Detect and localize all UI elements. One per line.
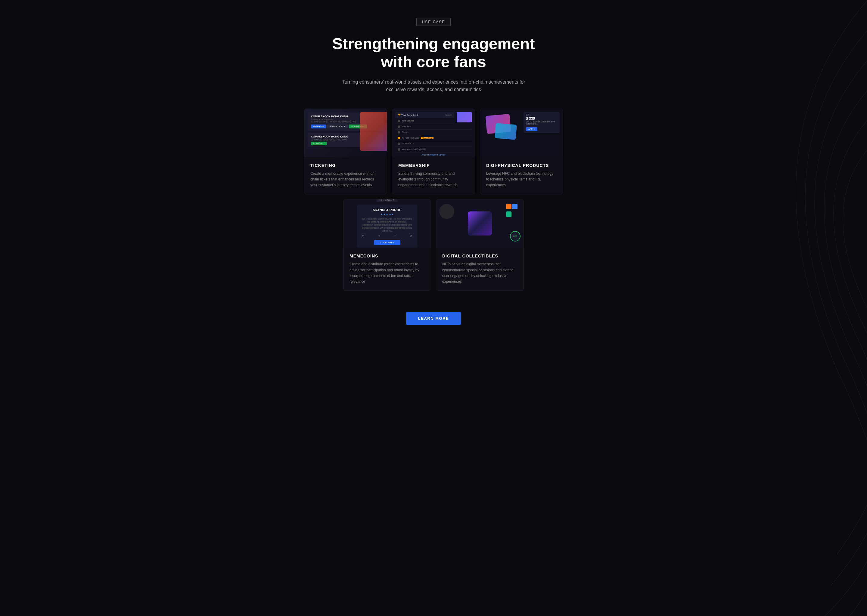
- card-digi-content: DIGI-PHYSICAL PRODUCTS Leverage NFC and …: [480, 157, 563, 194]
- card-collectibles-description: NFTs serve as digital mementos that comm…: [442, 261, 517, 284]
- digi-product-2: [495, 123, 517, 140]
- member-row-4: To First Time User Please Read: [395, 135, 472, 141]
- card-collectibles-image: NFT: [436, 200, 523, 248]
- learn-more-label: LEARN MORE: [418, 316, 449, 321]
- page-container: USE CASE Strengthening engagement with c…: [298, 0, 569, 349]
- card-digi-image: CART $ 330 UP TO $330 off. Next: first t…: [480, 109, 563, 157]
- card-memecoins: LAUNCHING $KANDI AIRDROP ★ ★ ★ ★ ★ We're…: [343, 199, 431, 291]
- card-membership: 🏆 Your Benefits! ▾ Search Your Benefits …: [392, 108, 475, 195]
- card-digi-physical: CART $ 330 UP TO $330 off. Next: first t…: [480, 108, 563, 195]
- card-membership-description: Build a thriving community of brand evan…: [398, 171, 469, 188]
- card-memecoins-content: MEMECOINS Create and distribute (brand)m…: [344, 248, 431, 291]
- hero-subtitle: Turning consumers' real-world assets and…: [337, 78, 530, 94]
- cards-bottom-row: LAUNCHING $KANDI AIRDROP ★ ★ ★ ★ ★ We're…: [343, 199, 524, 291]
- card-digital-collectibles: NFT DIGITAL COLLECTIBLES NFTs serve as d…: [436, 199, 524, 291]
- card-ticketing-content: TICKETING Create a memorable experience …: [304, 157, 387, 194]
- use-case-badge: USE CASE: [416, 18, 451, 26]
- member-body: Your Benefits Members Events To First Ti…: [395, 118, 472, 157]
- title-line-1: Strengthening engagement: [332, 35, 534, 52]
- learn-more-button[interactable]: LEARN MORE: [406, 312, 461, 325]
- card-collectibles-content: DIGITAL COLLECTIBLES NFTs serve as digit…: [436, 248, 523, 291]
- meme-launch-badge: LAUNCHING: [377, 200, 398, 202]
- collectible-logo: [506, 204, 517, 215]
- member-header: 🏆 Your Benefits! ▾ Search: [395, 112, 454, 118]
- card-memecoins-title: MEMECOINS: [350, 253, 425, 258]
- card-ticketing: COMPLEXCON HONG KONG GENERAL ADMISSION 2…: [304, 108, 387, 195]
- meme-launch-inner: $KANDI AIRDROP ★ ★ ★ ★ ★ We're excited t…: [357, 204, 417, 248]
- card-digi-title: DIGI-PHYSICAL PRODUCTS: [486, 163, 556, 168]
- collectible-main: [468, 211, 492, 236]
- member-row-2: Members: [395, 124, 472, 130]
- badge-label: USE CASE: [422, 20, 445, 24]
- card-digi-description: Leverage NFC and blockchain technology t…: [486, 171, 556, 188]
- main-title: Strengthening engagement with core fans: [304, 35, 563, 71]
- cards-top-row: COMPLEXCON HONG KONG GENERAL ADMISSION 2…: [304, 108, 563, 195]
- card-ticketing-description: Create a memorable experience with on-ch…: [311, 171, 381, 188]
- card-ticketing-image: COMPLEXCON HONG KONG GENERAL ADMISSION 2…: [304, 109, 387, 157]
- member-row-5: MOONGATE: [395, 141, 472, 147]
- digi-ui-panel: CART $ 330 UP TO $330 off. Next: first t…: [523, 112, 560, 133]
- card-memecoins-image: LAUNCHING $KANDI AIRDROP ★ ★ ★ ★ ★ We're…: [344, 200, 431, 248]
- member-row-3: Events: [395, 130, 472, 135]
- card-membership-image: 🏆 Your Benefits! ▾ Search Your Benefits …: [392, 109, 475, 157]
- card-membership-title: MEMBERSHIP: [398, 163, 469, 168]
- title-line-2: with core fans: [381, 53, 486, 71]
- card-membership-content: MEMBERSHIP Build a thriving community of…: [392, 157, 475, 194]
- card-ticketing-title: TICKETING: [311, 163, 381, 168]
- logo-piece-green: [506, 211, 511, 217]
- logo-piece-orange: [506, 204, 511, 209]
- member-row-1: Your Benefits: [395, 118, 454, 124]
- ticket-art-decoration: [360, 112, 387, 151]
- collectible-gear: [439, 204, 454, 219]
- card-memecoins-description: Create and distribute (brand)memecoins t…: [350, 261, 425, 284]
- member-thumb: [457, 112, 472, 123]
- member-row-6: Welcome to MOONGATE: [395, 147, 472, 152]
- logo-piece-blue: [512, 204, 517, 209]
- card-collectibles-title: DIGITAL COLLECTIBLES: [442, 253, 517, 258]
- collectible-badge: NFT: [510, 231, 520, 242]
